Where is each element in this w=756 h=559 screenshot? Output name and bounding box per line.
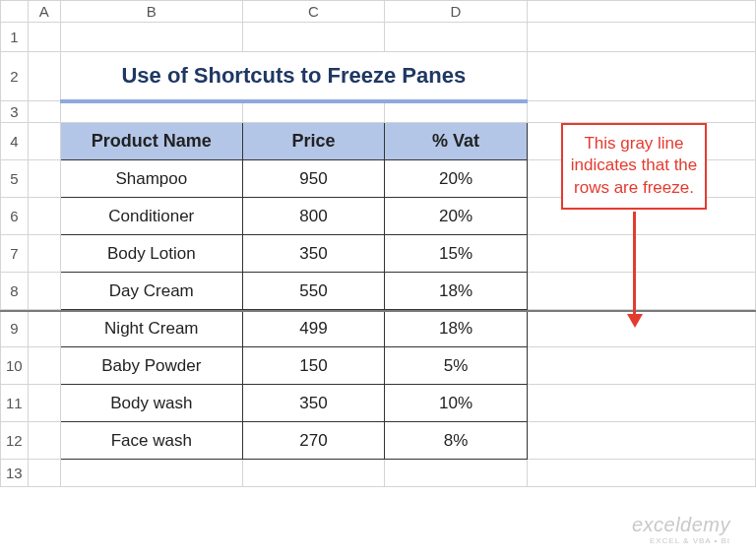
row-header-8[interactable]: 8 [1, 273, 29, 310]
cell[interactable] [60, 460, 242, 487]
cell[interactable] [60, 101, 242, 123]
cell[interactable] [28, 235, 60, 273]
cell[interactable] [527, 385, 755, 422]
cell[interactable] [28, 23, 60, 52]
cell[interactable] [28, 385, 60, 422]
table-header-product[interactable]: Product Name [60, 123, 242, 160]
table-cell-vat[interactable]: 5% [385, 347, 527, 385]
table-cell-vat[interactable]: 18% [385, 310, 527, 347]
row-header-3[interactable]: 3 [1, 101, 29, 123]
cell[interactable] [527, 273, 755, 310]
row-header-2[interactable]: 2 [1, 52, 29, 101]
cell[interactable] [242, 460, 385, 487]
col-header-A[interactable]: A [28, 1, 60, 23]
cell[interactable] [242, 101, 385, 123]
cell[interactable] [60, 23, 242, 52]
cell[interactable] [385, 23, 527, 52]
cell[interactable] [527, 23, 755, 52]
cell[interactable] [527, 52, 755, 101]
title-cell[interactable]: Use of Shortcuts to Freeze Panes [60, 52, 527, 101]
table-header-price[interactable]: Price [242, 123, 385, 160]
table-cell-price[interactable]: 350 [242, 385, 385, 422]
table-cell-price[interactable]: 499 [242, 310, 385, 347]
table-cell-vat[interactable]: 15% [385, 235, 527, 273]
table-cell-price[interactable]: 950 [242, 160, 385, 198]
table-cell-product[interactable]: Day Cream [60, 273, 242, 310]
row-header-12[interactable]: 12 [1, 422, 29, 460]
row-header-4[interactable]: 4 [1, 123, 29, 160]
cell[interactable] [28, 347, 60, 385]
table-cell-price[interactable]: 150 [242, 347, 385, 385]
table-cell-vat[interactable]: 20% [385, 198, 527, 235]
watermark: exceldemy EXCEL & VBA • BI [632, 514, 730, 545]
cell[interactable] [28, 123, 60, 160]
table-cell-price[interactable]: 800 [242, 198, 385, 235]
table-cell-price[interactable]: 550 [242, 273, 385, 310]
page-title: Use of Shortcuts to Freeze Panes [61, 63, 527, 89]
table-cell-product[interactable]: Shampoo [60, 160, 242, 198]
cell[interactable] [527, 460, 755, 487]
row-header-13[interactable]: 13 [1, 460, 29, 487]
cell[interactable] [527, 235, 755, 273]
col-header-B[interactable]: B [60, 1, 242, 23]
row-header-11[interactable]: 11 [1, 385, 29, 422]
callout-box: This gray line indicates that the rows a… [561, 123, 707, 211]
table-cell-price[interactable]: 350 [242, 235, 385, 273]
cell[interactable] [28, 160, 60, 198]
cell[interactable] [28, 52, 60, 101]
cell[interactable] [242, 23, 385, 52]
table-cell-product[interactable]: Body Lotion [60, 235, 242, 273]
col-header-C[interactable]: C [242, 1, 385, 23]
cell[interactable] [527, 347, 755, 385]
cell[interactable] [527, 422, 755, 460]
row-header-5[interactable]: 5 [1, 160, 29, 198]
table-cell-vat[interactable]: 20% [385, 160, 527, 198]
col-header-D[interactable]: D [385, 1, 527, 23]
cell[interactable] [28, 460, 60, 487]
cell[interactable] [28, 273, 60, 310]
cell[interactable] [28, 198, 60, 235]
row-header-1[interactable]: 1 [1, 23, 29, 52]
table-header-vat[interactable]: % Vat [385, 123, 527, 160]
cell[interactable] [28, 422, 60, 460]
table-cell-vat[interactable]: 10% [385, 385, 527, 422]
row-header-6[interactable]: 6 [1, 198, 29, 235]
table-cell-product[interactable]: Face wash [60, 422, 242, 460]
cell[interactable] [385, 101, 527, 123]
col-header-rest[interactable] [527, 1, 755, 23]
watermark-tagline: EXCEL & VBA • BI [632, 536, 730, 545]
cell[interactable] [28, 101, 60, 123]
table-cell-product[interactable]: Conditioner [60, 198, 242, 235]
table-cell-vat[interactable]: 18% [385, 273, 527, 310]
watermark-brand: exceldemy [632, 514, 730, 536]
table-cell-product[interactable]: Night Cream [60, 310, 242, 347]
spreadsheet-grid[interactable]: A B C D 1 2 Use of Shortcuts to Freeze P… [0, 0, 756, 487]
select-all-corner[interactable] [1, 1, 29, 23]
arrow-down-icon [627, 212, 641, 327]
table-cell-vat[interactable]: 8% [385, 422, 527, 460]
cell[interactable] [527, 101, 755, 123]
table-cell-price[interactable]: 270 [242, 422, 385, 460]
cell[interactable] [385, 460, 527, 487]
cell[interactable] [28, 310, 60, 347]
row-header-7[interactable]: 7 [1, 235, 29, 273]
table-cell-product[interactable]: Baby Powder [60, 347, 242, 385]
row-header-10[interactable]: 10 [1, 347, 29, 385]
table-cell-product[interactable]: Body wash [60, 385, 242, 422]
row-header-9[interactable]: 9 [1, 310, 29, 347]
